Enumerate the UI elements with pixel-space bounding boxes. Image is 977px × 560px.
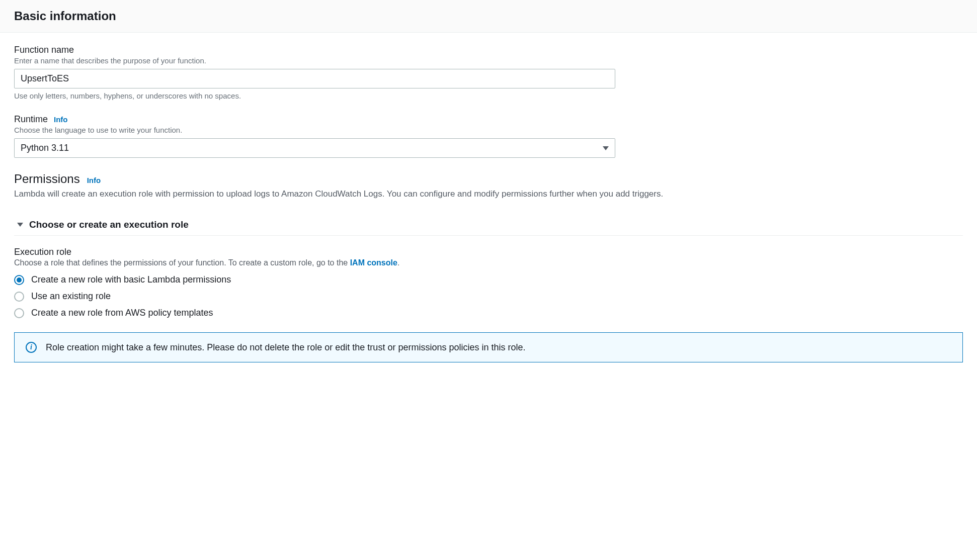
panel-header: Basic information: [0, 0, 977, 33]
runtime-select-value: Python 3.11: [21, 143, 69, 153]
radio-label: Create a new role from AWS policy templa…: [31, 308, 213, 318]
execution-role-expander[interactable]: Choose or create an execution role: [14, 214, 963, 236]
radio-from-templates[interactable]: Create a new role from AWS policy templa…: [14, 308, 963, 318]
execution-role-label: Execution role: [14, 247, 963, 257]
permissions-info-link[interactable]: Info: [87, 176, 101, 184]
runtime-group: Runtime Info Choose the language to use …: [14, 114, 963, 158]
function-name-description: Enter a name that describes the purpose …: [14, 56, 963, 65]
iam-console-link[interactable]: IAM console: [350, 258, 397, 267]
function-name-input[interactable]: [14, 69, 615, 88]
function-name-constraint: Use only letters, numbers, hyphens, or u…: [14, 91, 963, 100]
runtime-info-link[interactable]: Info: [54, 115, 68, 124]
info-icon: i: [26, 342, 37, 353]
runtime-label: Runtime: [14, 114, 48, 125]
chevron-down-icon: [17, 223, 23, 227]
permissions-heading: Permissions: [14, 172, 80, 186]
panel-title: Basic information: [14, 9, 963, 23]
role-creation-info-banner: i Role creation might take a few minutes…: [14, 332, 963, 362]
function-name-group: Function name Enter a name that describe…: [14, 45, 963, 100]
radio-icon: [14, 292, 24, 302]
chevron-down-icon: [603, 146, 609, 150]
runtime-select[interactable]: Python 3.11: [14, 138, 615, 158]
execution-role-desc-prefix: Choose a role that defines the permissio…: [14, 258, 350, 267]
info-banner-text: Role creation might take a few minutes. …: [46, 342, 525, 353]
runtime-label-row: Runtime Info: [14, 114, 963, 125]
radio-label: Create a new role with basic Lambda perm…: [31, 274, 231, 285]
function-name-label: Function name: [14, 45, 963, 55]
radio-use-existing[interactable]: Use an existing role: [14, 291, 963, 302]
execution-role-radio-group: Create a new role with basic Lambda perm…: [14, 274, 963, 318]
desc-period: .: [397, 258, 399, 267]
radio-label: Use an existing role: [31, 291, 111, 302]
radio-icon: [14, 275, 24, 285]
panel-body: Function name Enter a name that describe…: [0, 33, 977, 362]
execution-role-expand-title: Choose or create an execution role: [29, 219, 189, 230]
radio-icon: [14, 308, 24, 318]
permissions-description: Lambda will create an execution role wit…: [14, 189, 963, 199]
runtime-description: Choose the language to use to write your…: [14, 126, 963, 134]
permissions-group: Permissions Info Lambda will create an e…: [14, 172, 963, 362]
execution-role-description: Choose a role that defines the permissio…: [14, 258, 963, 267]
radio-create-new-basic[interactable]: Create a new role with basic Lambda perm…: [14, 274, 963, 285]
permissions-heading-row: Permissions Info: [14, 172, 963, 186]
runtime-select-wrapper: Python 3.11: [14, 138, 615, 158]
